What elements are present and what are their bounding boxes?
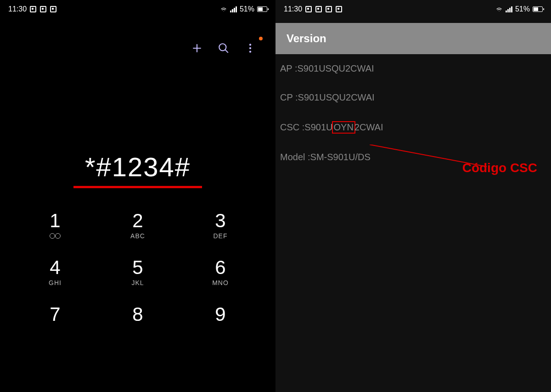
ap-label: AP : bbox=[280, 63, 297, 74]
status-time: 11:30 bbox=[8, 5, 27, 13]
dialer-toolbar bbox=[0, 18, 276, 60]
ap-value: S901USQU2CWAI bbox=[297, 63, 374, 74]
csc-row: CSC : S901UOYN2CWAI bbox=[276, 112, 551, 143]
status-bar-left: 11:30 51% bbox=[0, 0, 276, 18]
annotation-underline bbox=[73, 186, 202, 188]
version-screen: 11:30 51% Version AP : S901USQU2CWAI CP … bbox=[276, 0, 551, 392]
ap-row: AP : S901USQU2CWAI bbox=[276, 54, 551, 83]
battery-percent: 51% bbox=[240, 5, 254, 13]
csc-label: CSC : bbox=[280, 122, 304, 133]
status-bar-right: 11:30 51% bbox=[276, 0, 551, 18]
cp-row: CP : S901USQU2CWAI bbox=[276, 83, 551, 112]
more-options-button[interactable] bbox=[243, 41, 257, 55]
status-time: 11:30 bbox=[284, 5, 302, 13]
version-header: Version bbox=[276, 23, 551, 54]
signal-icon bbox=[230, 6, 237, 12]
model-label: Model : bbox=[280, 152, 310, 162]
battery-icon bbox=[257, 6, 267, 12]
wifi-icon bbox=[495, 6, 503, 13]
add-contact-button[interactable] bbox=[190, 41, 204, 55]
voicemail-icon bbox=[50, 233, 61, 239]
csc-annotation-label: Código CSC bbox=[462, 161, 537, 175]
key-7[interactable]: 7 bbox=[14, 305, 96, 326]
notification-icon bbox=[325, 6, 332, 13]
search-button[interactable] bbox=[217, 41, 231, 55]
dialed-number: *#1234# bbox=[85, 151, 191, 182]
model-value: SM-S901U/DS bbox=[310, 152, 371, 162]
notification-icon bbox=[39, 6, 47, 13]
battery-percent: 51% bbox=[515, 5, 530, 13]
key-5[interactable]: 5 JKL bbox=[96, 258, 179, 286]
cp-label: CP : bbox=[280, 92, 298, 103]
notification-icon bbox=[29, 6, 37, 13]
dialed-number-display: *#1234# bbox=[0, 151, 276, 188]
csc-value-pre: S901U bbox=[304, 122, 332, 133]
notification-icon bbox=[50, 6, 57, 13]
notification-icon bbox=[335, 6, 343, 13]
key-6[interactable]: 6 MNO bbox=[179, 258, 262, 286]
key-2[interactable]: 2 ABC bbox=[96, 211, 179, 240]
signal-icon bbox=[506, 6, 512, 12]
battery-icon bbox=[533, 6, 543, 12]
key-1[interactable]: 1 bbox=[14, 211, 96, 240]
key-9[interactable]: 9 bbox=[179, 305, 262, 326]
key-4[interactable]: 4 GHI bbox=[14, 258, 96, 286]
dialer-screen: 11:30 51% *#1234# 1 bbox=[0, 0, 276, 392]
wifi-icon bbox=[220, 6, 227, 13]
notification-dot-icon bbox=[259, 37, 263, 40]
svg-point-3 bbox=[249, 50, 251, 52]
svg-point-2 bbox=[249, 47, 251, 49]
notification-icon bbox=[305, 6, 312, 13]
key-3[interactable]: 3 DEF bbox=[179, 211, 262, 240]
csc-code-highlight: OYN bbox=[332, 121, 355, 134]
cp-value: S901USQU2CWAI bbox=[298, 92, 375, 103]
svg-point-1 bbox=[249, 44, 251, 45]
svg-point-0 bbox=[219, 44, 226, 50]
key-8[interactable]: 8 bbox=[96, 305, 179, 326]
csc-value-post: 2CWAI bbox=[354, 122, 383, 133]
notification-icon bbox=[315, 6, 322, 13]
dial-keypad: 1 2 ABC 3 DEF 4 GHI 5 JKL 6 MNO 7 8 bbox=[0, 211, 276, 326]
